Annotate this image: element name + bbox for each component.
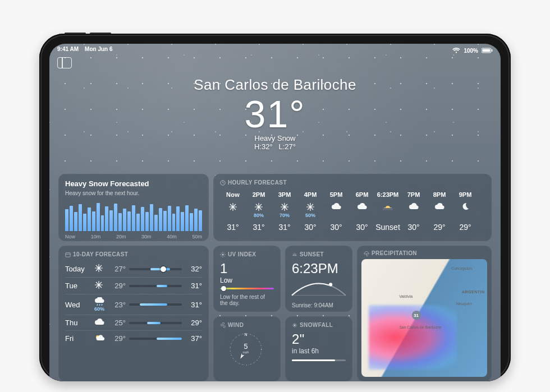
hour-cell[interactable]: 5PM30°	[323, 191, 349, 232]
tenday-hi: 29°	[185, 319, 202, 327]
hour-pop	[375, 213, 401, 218]
tenday-lo: 25°	[109, 319, 126, 327]
temp-range-bar	[129, 268, 182, 270]
map-label-city: San Carlos de Bariloche	[399, 325, 442, 329]
wifi-icon	[452, 48, 460, 53]
hour-cell[interactable]: 9PM29°	[452, 191, 478, 232]
hour-cell[interactable]: 4PM50%30°	[297, 191, 323, 232]
hour-label: 3PM	[272, 191, 297, 198]
tenday-day: Tue	[65, 282, 91, 290]
weather-icon	[272, 202, 297, 213]
minute-bar	[70, 206, 73, 231]
tenday-row[interactable]: Today27°32°	[65, 261, 202, 277]
wind-icon	[220, 322, 226, 328]
precipitation-map[interactable]: Concepción Valdivia ARGENTIN Neuquén San…	[361, 259, 487, 377]
hour-label: 6:23PM	[375, 191, 401, 198]
map-pin[interactable]: 31	[412, 311, 421, 320]
temp-range-bar	[129, 322, 182, 324]
tenday-day: Thu	[65, 319, 91, 327]
current-temperature: 31°	[49, 95, 501, 133]
hour-cell[interactable]: 10P29	[478, 191, 485, 232]
minute-chart	[65, 200, 202, 231]
precipitation-map-card[interactable]: Precipitation Concepción Valdivia ARGENT…	[357, 246, 492, 381]
map-label-valdivia: Valdivia	[399, 294, 412, 298]
minute-card-subtitle: Heavy snow for the next hour.	[65, 190, 202, 196]
svg-point-10	[329, 283, 332, 286]
minute-bar	[159, 208, 162, 231]
uv-index-card[interactable]: UV Index 1 Low Low for the rest of the d…	[213, 246, 281, 312]
minute-xlabel: Now	[65, 234, 75, 239]
tenday-hi: 32°	[185, 265, 202, 273]
minute-bar	[114, 204, 117, 231]
minute-bar	[199, 210, 202, 231]
status-bar: 9:41 AM Mon Jun 6 100%	[49, 46, 501, 55]
hour-cell[interactable]: 2PM80%31°	[246, 191, 272, 232]
minute-bar	[79, 204, 82, 231]
weather-icon	[220, 202, 246, 213]
sunset-header-text: Sunset	[300, 251, 324, 257]
hour-cell[interactable]: 7PM30°	[401, 191, 427, 232]
hour-temp: 31°	[220, 223, 246, 232]
svg-rect-2	[492, 49, 493, 52]
snowfall-bar	[292, 359, 346, 361]
tenday-row[interactable]: Wed60%23°31°	[65, 294, 202, 315]
status-date: Mon Jun 6	[85, 46, 112, 52]
hour-cell[interactable]: 8PM29°	[427, 191, 452, 232]
hourly-row[interactable]: Now31°2PM80%31°3PM70%31°4PM50%30°5PM30°6…	[220, 189, 485, 232]
hourly-forecast-card[interactable]: Hourly Forecast Now31°2PM80%31°3PM70%31°…	[213, 174, 492, 241]
tenday-day: Fri	[65, 334, 91, 343]
map-label-neuquen: Neuquén	[456, 302, 472, 306]
minute-bar	[141, 207, 144, 231]
sidebar-toggle-button[interactable]	[57, 57, 72, 68]
minute-bar	[101, 215, 104, 231]
svg-text:N: N	[244, 333, 247, 336]
minute-xlabel: 30m	[141, 234, 152, 239]
tenday-row[interactable]: Tue29°31°	[65, 277, 202, 294]
map-label-concepcion: Concepción	[451, 266, 472, 270]
snowfall-card[interactable]: Snowfall 2" in last 6h	[285, 316, 352, 381]
wind-card[interactable]: Wind N 5 mph	[213, 316, 281, 381]
weather-icon	[246, 202, 272, 213]
hour-cell[interactable]: Now31°	[220, 191, 246, 232]
snowfall-header-text: Snowfall	[300, 322, 333, 328]
hour-pop: 50%	[297, 213, 323, 218]
hour-label: 9PM	[452, 191, 478, 198]
hour-label: 5PM	[323, 191, 349, 198]
condition-text: Heavy Snow	[49, 134, 501, 142]
minute-xlabel: 20m	[116, 234, 126, 239]
svg-point-8	[222, 253, 224, 256]
minute-bar	[145, 212, 149, 231]
sunset-card[interactable]: Sunset 6:23PM Sunrise:	[285, 246, 352, 312]
tenday-lo: 27°	[109, 265, 126, 273]
minute-card-title: Heavy Snow Forecasted	[65, 179, 202, 188]
tenday-row[interactable]: Thu25°29°	[65, 315, 202, 330]
status-left: 9:41 AM Mon Jun 6	[57, 46, 113, 55]
minute-xlabel: 10m	[91, 234, 101, 239]
minute-bar	[127, 211, 131, 231]
hour-cell[interactable]: 3PM70%31°	[272, 191, 297, 232]
weather-icon	[401, 202, 427, 213]
tenday-row[interactable]: Fri29°37°	[65, 330, 202, 346]
hour-label: 2PM	[246, 191, 272, 198]
weather-icon	[94, 318, 106, 328]
minute-bar	[163, 211, 167, 231]
sunrise-label: Sunrise:	[292, 302, 313, 308]
svg-text:mph: mph	[243, 351, 249, 354]
hour-cell[interactable]: 6PM30°	[349, 191, 375, 232]
svg-rect-6	[66, 252, 70, 257]
uv-dot	[221, 286, 226, 291]
minute-xlabel: 40m	[167, 234, 177, 239]
hourly-header: Hourly Forecast	[220, 179, 485, 186]
hour-pop	[349, 213, 375, 218]
uv-value: 1	[220, 261, 274, 276]
screen: 9:41 AM Mon Jun 6 100% San Carlos de Bar…	[49, 44, 501, 381]
high-temp: H:32°	[254, 142, 273, 151]
hour-cell[interactable]: 6:23PMSunset	[375, 191, 401, 232]
tenday-hi: 37°	[185, 334, 202, 343]
minute-bar	[92, 211, 95, 231]
tenday-forecast-card[interactable]: 10-Day Forecast Today27°32°Tue29°31°Wed6…	[58, 246, 209, 381]
wind-header-text: Wind	[228, 322, 244, 328]
minute-forecast-card[interactable]: Heavy Snow Forecasted Heavy snow for the…	[58, 174, 209, 241]
hour-pop: 70%	[272, 213, 297, 218]
tenday-lo: 23°	[109, 301, 126, 309]
